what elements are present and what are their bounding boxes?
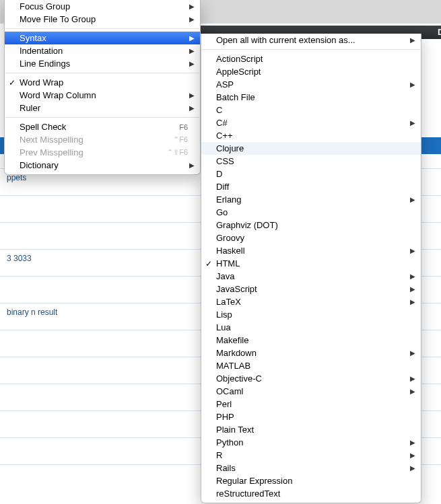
menu-item-shortcut: ⌃F6 — [173, 135, 188, 144]
menu-item-label: Rails — [216, 463, 409, 473]
submenu-arrow-icon: ▶ — [189, 61, 195, 67]
menu-item-label: ActionScript — [216, 54, 409, 64]
menu-item-ocaml[interactable]: OCaml▶ — [201, 385, 421, 398]
menu-item-label: PHP — [216, 412, 409, 422]
check-icon: ✓ — [9, 78, 15, 87]
menu-item-ruler[interactable]: Ruler▶ — [5, 102, 200, 114]
menu-item-next-misspelling: Next Misspelling⌃F6 — [5, 133, 200, 146]
menu-item-move-file-to-group[interactable]: Move File To Group▶ — [5, 13, 200, 26]
menu-item-label: C++ — [216, 131, 409, 141]
menu-item-label: Java — [216, 271, 409, 281]
menu-item-dictionary[interactable]: Dictionary▶ — [5, 159, 200, 172]
menu-item-haskell[interactable]: Haskell▶ — [201, 244, 421, 257]
menu-item-open-all-with-current-extension-as[interactable]: Open all with current extension as...▶ — [201, 34, 421, 46]
menu-item-html[interactable]: ✓HTML — [201, 257, 421, 270]
menu-item-c[interactable]: C — [201, 104, 421, 116]
menu-item-lisp[interactable]: Lisp — [201, 308, 421, 321]
submenu-arrow-icon: ▶ — [410, 375, 415, 382]
menu-item-indentation[interactable]: Indentation▶ — [5, 44, 200, 57]
menu-item-label: Ruler — [20, 103, 188, 113]
menu-item-markdown[interactable]: Markdown▶ — [201, 347, 421, 359]
menu-item-clojure[interactable]: Clojure — [201, 142, 421, 155]
menu-item-line-endings[interactable]: Line Endings▶ — [5, 57, 200, 70]
menu-item-label: Focus Group — [20, 1, 188, 11]
menu-item-batch-file[interactable]: Batch File — [201, 91, 421, 104]
menu-item-php[interactable]: PHP — [201, 410, 421, 423]
submenu-arrow-icon: ▶ — [410, 120, 415, 127]
syntax-submenu[interactable]: Open all with current extension as...▶Ac… — [201, 34, 421, 503]
menu-item-rails[interactable]: Rails▶ — [201, 462, 421, 474]
menu-item-label: Plain Text — [216, 425, 409, 435]
menu-item-restructuredtext[interactable]: reStructuredText — [201, 487, 421, 500]
menu-separator — [202, 49, 420, 50]
menu-item-label: Word Wrap Column — [20, 90, 188, 100]
menu-item-css[interactable]: CSS — [201, 155, 421, 168]
menu-item-label: JavaScript — [216, 284, 409, 294]
menu-separator — [5, 117, 199, 118]
menu-item-c[interactable]: C++ — [201, 129, 421, 142]
menu-item-label: Indentation — [20, 46, 188, 56]
menu-item-label: HTML — [216, 258, 409, 268]
submenu-arrow-icon: ▶ — [410, 286, 415, 293]
check-icon: ✓ — [205, 259, 212, 268]
menu-item-diff[interactable]: Diff — [201, 180, 421, 193]
menu-item-label: Clojure — [216, 143, 409, 153]
menu-item-label: OCaml — [216, 386, 409, 396]
view-menu[interactable]: Focus Group▶Move File To Group▶Syntax▶In… — [4, 0, 201, 175]
menu-item-d[interactable]: D — [201, 168, 421, 180]
menu-item-label: ASP — [216, 79, 409, 89]
menu-item-c[interactable]: C#▶ — [201, 116, 421, 129]
submenu-arrow-icon: ▶ — [189, 3, 195, 10]
menu-item-label: Next Misspelling — [20, 135, 168, 145]
menu-item-makefile[interactable]: Makefile — [201, 334, 421, 347]
menu-item-word-wrap[interactable]: ✓Word Wrap — [5, 76, 200, 89]
menu-item-asp[interactable]: ASP▶ — [201, 78, 421, 91]
menu-item-label: Open all with current extension as... — [216, 35, 409, 45]
menu-item-label: C# — [216, 118, 409, 128]
menu-item-matlab[interactable]: MATLAB — [201, 359, 421, 372]
menu-item-erlang[interactable]: Erlang▶ — [201, 193, 421, 206]
menu-item-label: D — [216, 169, 409, 179]
menu-item-label: Objective-C — [216, 373, 409, 384]
submenu-arrow-icon: ▶ — [410, 388, 415, 395]
menu-item-applescript[interactable]: AppleScript — [201, 65, 421, 78]
submenu-arrow-icon: ▶ — [410, 37, 415, 44]
menu-item-label: Go — [216, 207, 409, 217]
submenu-arrow-icon: ▶ — [410, 439, 415, 446]
menu-item-r[interactable]: R▶ — [201, 449, 421, 462]
menu-item-label: Makefile — [216, 335, 409, 345]
menu-item-java[interactable]: Java▶ — [201, 270, 421, 283]
submenu-arrow-icon: ▶ — [410, 350, 415, 357]
menu-item-syntax[interactable]: Syntax▶ — [5, 32, 200, 44]
menu-item-latex[interactable]: LaTeX▶ — [201, 295, 421, 308]
submenu-arrow-icon: ▶ — [410, 273, 415, 280]
menu-item-perl[interactable]: Perl — [201, 398, 421, 410]
menu-item-objective-c[interactable]: Objective-C▶ — [201, 372, 421, 385]
menu-item-label: Dictionary — [20, 160, 188, 170]
menu-item-plain-text[interactable]: Plain Text — [201, 423, 421, 436]
menu-item-focus-group[interactable]: Focus Group▶ — [5, 0, 200, 13]
submenu-arrow-icon: ▶ — [410, 452, 415, 459]
menu-item-label: Spell Check — [20, 122, 174, 132]
menu-item-label: LaTeX — [216, 297, 409, 307]
menu-item-regular-expression[interactable]: Regular Expression — [201, 474, 421, 487]
submenu-arrow-icon: ▶ — [189, 16, 195, 23]
menu-item-javascript[interactable]: JavaScript▶ — [201, 283, 421, 295]
menu-item-actionscript[interactable]: ActionScript — [201, 52, 421, 65]
menu-item-lua[interactable]: Lua — [201, 321, 421, 334]
menu-item-label: Regular Expression — [216, 476, 409, 486]
menu-item-label: Move File To Group — [20, 14, 188, 24]
menu-item-label: AppleScript — [216, 67, 409, 77]
menu-item-label: reStructuredText — [216, 489, 409, 499]
menu-item-label: Erlang — [216, 194, 409, 205]
menu-item-word-wrap-column[interactable]: Word Wrap Column▶ — [5, 89, 200, 102]
menu-item-go[interactable]: Go — [201, 206, 421, 219]
menu-item-graphviz-dot[interactable]: Graphviz (DOT) — [201, 219, 421, 231]
submenu-arrow-icon: ▶ — [189, 92, 195, 99]
nav-download[interactable]: Download — [438, 27, 441, 37]
menu-item-label: Graphviz (DOT) — [216, 220, 409, 230]
menu-item-spell-check[interactable]: Spell CheckF6 — [5, 120, 200, 133]
menu-item-groovy[interactable]: Groovy — [201, 231, 421, 244]
menu-item-python[interactable]: Python▶ — [201, 436, 421, 449]
submenu-arrow-icon: ▶ — [189, 162, 195, 169]
